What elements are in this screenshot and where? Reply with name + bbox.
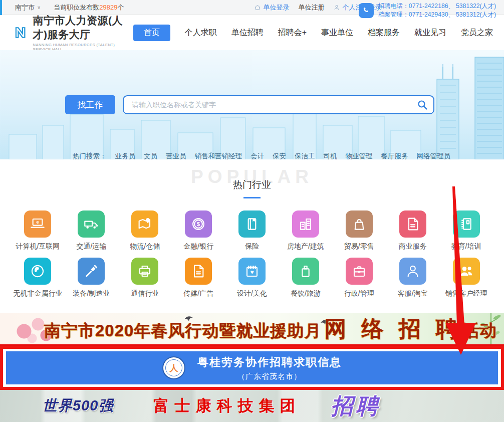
industry-insurance[interactable]: 保险 [225, 210, 279, 251]
industry-admin-management[interactable]: 行政/管理 [332, 258, 386, 298]
fortune500-text: 世界500强 [43, 396, 113, 416]
search-box [123, 95, 434, 114]
yuegui-banner-subtitle: （广东省茂名市） [197, 372, 342, 381]
industry-grid: 计算机/互联网 交通/运输 物流/仓储 金融/银行 保险 房地产/建筑 贸易/零… [11, 210, 493, 298]
industry-transport[interactable]: 交通/运输 [65, 210, 118, 251]
industry-catering-tourism[interactable]: 餐饮/旅游 [279, 258, 332, 298]
nav-party-home[interactable]: 党员之家 [461, 28, 493, 38]
foxconn-banner[interactable]: 世界500强 富士康科技集团 招聘 [0, 390, 504, 422]
title-underline [243, 197, 261, 198]
hot-tag[interactable]: 餐厅服务 [381, 152, 408, 159]
unit-register-link[interactable]: 单位注册 [298, 3, 324, 12]
industry-trade-retail[interactable]: 贸易/零售 [332, 210, 386, 251]
recruit-phone: 招聘电话：0771-2422186、 5381322(人才) [378, 2, 496, 11]
section-title: 热门行业 [0, 159, 504, 191]
nav-archive-service[interactable]: 档案服务 [368, 28, 400, 38]
industry-label: 传媒/广告 [183, 289, 213, 298]
industry-finance[interactable]: 金融/银行 [172, 210, 225, 251]
yuegui-banner-title: 粤桂劳务协作招聘求职信息 [197, 355, 342, 370]
hot-tag[interactable]: 网络管理员 [417, 152, 451, 159]
hot-search-label: 热门搜索： [73, 152, 107, 159]
archive-phone: 档案管理：0771-2429430、 5381312(人才) [378, 11, 496, 19]
industry-sales-manager[interactable]: 销售客户经理 [439, 258, 493, 298]
hot-tag[interactable]: 销售和营销经理 [195, 152, 242, 159]
industry-label: 房地产/建筑 [287, 242, 324, 251]
hot-tag[interactable]: 文员 [144, 152, 157, 159]
nav-internship[interactable]: 就业见习 [414, 28, 446, 38]
industry-design[interactable]: 设计/美化 [225, 258, 279, 298]
hot-tag[interactable]: 物业管理 [346, 152, 373, 159]
main-nav: 首页 个人求职 单位招聘 招聘会+ 事业单位 档案服务 就业见习 党员之家 [133, 25, 493, 41]
site-logo[interactable]: 南宁市人力资源(人才)服务大厅 NANNING HUMAN RESOURCES … [14, 14, 133, 52]
foxconn-name-text: 富士康科技集团 [153, 395, 301, 416]
industry-logistics[interactable]: 物流/仓储 [118, 210, 172, 251]
printer-icon [131, 258, 158, 285]
industry-telecom[interactable]: 通信行业 [118, 258, 172, 298]
hot-tag[interactable]: 业务员 [115, 152, 136, 159]
globe-icon [24, 258, 51, 285]
hot-tag[interactable]: 会计 [250, 152, 264, 159]
truck-icon [78, 210, 105, 238]
search-icon[interactable] [416, 99, 428, 111]
buildings-icon [292, 210, 319, 238]
home-icon [254, 4, 261, 11]
coin-icon [185, 210, 212, 238]
map-pin-icon [131, 210, 158, 238]
site-header: 南宁市人力资源(人才)服务大厅 NANNING HUMAN RESOURCES … [0, 15, 504, 50]
chevron-down-icon: ∨ [37, 5, 41, 10]
hot-tag[interactable]: 营业员 [166, 152, 186, 159]
industry-label: 金融/银行 [183, 242, 213, 251]
left-edge-accent [0, 0, 2, 15]
page: 南宁市 ∨ 当前职位发布数29829个 单位登录 单位注册 个人注册登录 招聘电… [0, 0, 504, 422]
industry-label: 行政/管理 [344, 289, 374, 298]
industry-label: 教育/培训 [451, 242, 481, 251]
book-icon [238, 210, 266, 238]
job-count: 当前职位发布数29829个 [54, 3, 124, 12]
nav-personal-jobs[interactable]: 个人求职 [185, 28, 217, 38]
industry-business-service[interactable]: 商业服务 [386, 210, 439, 251]
industry-label: 设计/美化 [237, 289, 267, 298]
yuegui-banner[interactable]: 人 粤桂劳务协作招聘求职信息 （广东省茂名市） [6, 351, 498, 384]
hot-tag[interactable]: 保洁工 [295, 152, 315, 159]
calendar-heart-icon [238, 258, 266, 285]
industry-computer-internet[interactable]: 计算机/互联网 [11, 210, 65, 251]
spring-banner-text: 南宁市2020年春风行动暨就业援助月网 络 招 聘活动 [44, 314, 496, 344]
top-bar: 南宁市 ∨ 当前职位发布数29829个 单位登录 单位注册 个人注册登录 招聘电… [0, 0, 504, 15]
hot-tag[interactable]: 司机 [324, 152, 337, 159]
nav-unit-recruit[interactable]: 单位招聘 [231, 28, 264, 38]
industry-label: 装备/制造业 [73, 289, 110, 298]
industry-nonmetal[interactable]: 无机非金属行业 [11, 258, 65, 298]
industry-education[interactable]: 教育/培训 [439, 210, 493, 251]
industry-label: 保险 [245, 242, 259, 251]
spring-text-prefix: 南宁市2020年春风行动暨就业援助月 [44, 320, 321, 342]
unit-login-link[interactable]: 单位登录 [254, 3, 289, 12]
site-title: 南宁市人力资源(人才)服务大厅 [33, 14, 133, 42]
nav-home[interactable]: 首页 [133, 25, 170, 41]
industry-label: 客服/淘宝 [398, 289, 428, 298]
nav-public-institution[interactable]: 事业单位 [321, 28, 353, 38]
industry-media-ads[interactable]: 传媒/广告 [172, 258, 225, 298]
hot-tag[interactable]: 保安 [273, 152, 286, 159]
document-icon [399, 210, 426, 238]
search-input[interactable] [123, 95, 434, 114]
hot-search-row: 热门搜索： 业务员 文员 营业员 销售和营销经理 会计 保安 保洁工 司机 物业… [73, 152, 450, 159]
person-icon [333, 4, 340, 11]
industry-label: 餐饮/旅游 [291, 289, 321, 298]
industry-label: 计算机/互联网 [16, 242, 60, 251]
screwdriver-icon [78, 258, 105, 285]
city-selector[interactable]: 南宁市 ∨ [15, 3, 41, 12]
spring-action-banner[interactable]: 南宁市2020年春风行动暨就业援助月网 络 招 聘活动 [0, 313, 504, 346]
industry-label: 商业服务 [399, 242, 427, 251]
nav-job-fair[interactable]: 招聘会+ [278, 28, 307, 38]
document-icon [185, 258, 212, 285]
industry-equipment-manufacturing[interactable]: 装备/制造业 [65, 258, 118, 298]
person-icon [399, 258, 426, 285]
industry-label: 销售客户经理 [445, 289, 487, 298]
job-count-label: 当前职位发布数 [54, 4, 99, 11]
industry-customer-service[interactable]: 客服/淘宝 [386, 258, 439, 298]
industry-label: 通信行业 [131, 289, 159, 298]
people-icon [453, 258, 480, 285]
find-job-button[interactable]: 找工作 [65, 95, 115, 114]
briefcase-icon [346, 258, 373, 285]
industry-realestate[interactable]: 房地产/建筑 [279, 210, 332, 251]
